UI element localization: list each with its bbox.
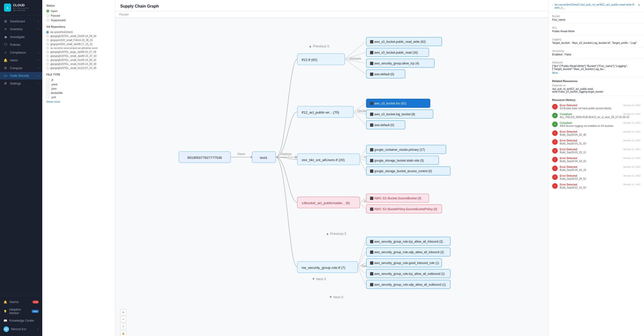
sidebar-item-compute[interactable]: ⚙ Compute › (0, 64, 42, 72)
zoom-out-button[interactable]: − (120, 316, 126, 322)
logo-sub: BY PALO ALTO NETWORKS (13, 7, 38, 12)
zoom-in-button[interactable]: + (120, 309, 126, 315)
user-profile-item[interactable]: NK Nimrod Kor › (0, 324, 42, 334)
alarms-item[interactable]: 🔔 Alarms 116 (0, 298, 42, 306)
radio-open (46, 10, 49, 13)
close-button[interactable]: ✕ (637, 3, 640, 7)
svg-text:▲ Previous 5: ▲ Previous 5 (309, 44, 329, 48)
svg-text:nw_security_group.rule.tf  (7): nw_security_group.rule.tf (7) (302, 266, 345, 270)
repo-item-3[interactable]: ginguyen/GH_small_Jan09-17_25_31 (46, 43, 111, 46)
status-suppressed-option[interactable]: Suppressed (46, 19, 111, 22)
radio-repo-3 (46, 43, 49, 46)
bucket-section: Bucket Foo_name (549, 12, 644, 24)
history-item: ✓CompliantJanuary 12, 2022ALL_FIELDS_NEW… (552, 113, 640, 119)
sidebar-item-dashboard[interactable]: ⊞ Dashboard › (0, 17, 42, 25)
history-date: January 12, 2022 (623, 166, 640, 168)
logging-section: Logging Target_bucket : 'Aws_s3_bucket.L… (549, 35, 644, 47)
sidebar-item-inventory[interactable]: ≡ Inventory › (0, 25, 42, 33)
repo-item-1[interactable]: giangng5187/GL_small_Oct29-14_09_43 (46, 35, 111, 38)
sidebar-item-investigate[interactable]: ◉ Investigate (0, 33, 42, 41)
history-item: !Error DetectedJanuary 12, 2022S3 Bucket… (552, 104, 640, 110)
sidebar-item-label: Alerts (10, 59, 18, 62)
svg-text:tf12_acl_public-wr... (70): tf12_acl_public-wr... (70) (302, 110, 339, 114)
graph-canvas[interactable]: 801905077827777536 Owns test1 Deploys tf… (115, 18, 548, 336)
radio-repo-5 (46, 51, 49, 53)
knowledge-center-item[interactable]: 📖 Knowledge Center (0, 317, 42, 324)
filetype-yaml[interactable]: .yaml (46, 83, 111, 86)
expand-icon[interactable]: ‹ (552, 3, 553, 6)
adoption-advisor-item[interactable]: 💡 Adoption Advisor New (0, 306, 42, 317)
status-passed-option[interactable]: Passed (46, 14, 111, 17)
repo-item-2[interactable]: ginguyen/GH_small_Feb14-15_38_01 (46, 39, 111, 42)
svg-text:⬛ aws.default  (0): ⬛ aws.default (0) (370, 72, 394, 76)
sidebar-item-settings[interactable]: ⚙ Settings › (0, 80, 42, 87)
radio-passed (46, 14, 49, 17)
filetype-json[interactable]: .json (46, 87, 111, 90)
sidebar-item-policies[interactable]: 🛡 Policies (0, 41, 42, 49)
status-open-option[interactable]: Open (46, 10, 111, 13)
sidebar-item-compliance[interactable]: ✓ Compliance › (0, 49, 42, 56)
history-description: Build_Sep28-04_18_43 (560, 160, 640, 163)
checkbox-yml (46, 96, 49, 99)
chevron-icon: › (38, 327, 39, 331)
repo-item-8[interactable]: giangng5187/GL_small_Oct29-14_09_39 (46, 63, 111, 65)
svg-text:- Declares: - Declares (347, 57, 361, 60)
compute-icon: ⚙ (4, 66, 8, 70)
resource-path: iac-azure/test1/test1:/acl_pub_rd_wr/tf1… (555, 3, 635, 9)
repo-label: giangng5187/GL_small_Oct29-14_09_32 (50, 59, 96, 61)
bucket-label: Bucket (552, 15, 640, 18)
sidebar-item-label: Inventory (10, 27, 22, 31)
history-status-label: Error Detected (560, 148, 577, 151)
repo-item-6[interactable]: giangng5187/GL_small_Jan09-15_37_43 (46, 55, 111, 57)
repo-item-4[interactable]: iac-azure/iac-azure-project-iac-github/i… (46, 47, 111, 49)
show-more-button[interactable]: Show more (46, 100, 111, 103)
depends-on-value: /acl_pub_rd_wr/tf12_acl_public-read-writ… (552, 88, 640, 93)
more-button[interactable]: More (552, 71, 640, 74)
attributes-label: Attributes (552, 61, 640, 64)
repo-item-5[interactable]: giangng5187/GL_large_Jan09-15_37_49 (46, 51, 111, 53)
git-repo-list: iac-azure/test1/test1 giangng5187/GL_sma… (46, 31, 111, 69)
history-description: Build_Sep28-04_20_46 (560, 133, 640, 136)
history-description: AWS Access logging not enabled on S3 buc… (560, 125, 640, 127)
fit-view-button[interactable]: ⤢ (120, 323, 126, 329)
sidebar-item-code-security[interactable]: </> Code Security › (0, 72, 42, 80)
repo-item-9[interactable]: giangng5187/GL_small_Oct13-07_24_49 (46, 67, 111, 69)
filetype-tf-label: .tf (51, 79, 53, 82)
adoption-advisor-label: Adoption Advisor (9, 308, 30, 315)
sidebar-item-label: Policies (10, 43, 20, 47)
svg-text:⬛ aws_s3_bucket.log_bucket  (8: ⬛ aws_s3_bucket.log_bucket (8) (370, 112, 415, 116)
svg-text:Deploys: Deploys (281, 152, 292, 156)
repo-label: iac-azure/iac-azure-project-iac-github/i… (50, 47, 98, 49)
history-item: ✓CompliantJanuary 12, 2022AWS Access log… (552, 122, 640, 127)
filter-panel: Status Open Passed Suppressed Git Reposi… (42, 0, 115, 336)
repo-label: ginguyen/GH_small_Jan09-17_25_31 (50, 43, 93, 46)
filetype-yaml-label: .yaml (51, 83, 57, 86)
knowledge-center-icon: 📖 (4, 319, 7, 322)
svg-text:▲ Previous 5: ▲ Previous 5 (326, 232, 346, 236)
chevron-icon: › (38, 51, 39, 54)
bucket-value: Foo_name (552, 18, 640, 21)
filetype-yml[interactable]: .yml (46, 96, 111, 99)
logo-icon: ▲ (4, 4, 11, 12)
svg-text:tf12.tf  (82): tf12.tf (82) (302, 58, 317, 62)
history-status-icon: ! (552, 174, 558, 180)
sidebar-item-alerts[interactable]: 🔔 Alerts › (0, 56, 42, 64)
logo: ▲ CLOUD BY PALO ALTO NETWORKS (0, 0, 42, 15)
repo-item-0[interactable]: iac-azure/test1/test1 (46, 31, 111, 33)
lock-button[interactable]: 🔒 (120, 330, 126, 336)
main-content: Status Open Passed Suppressed Git Reposi… (42, 0, 644, 336)
right-panel-header: ‹ iac-azure/test1/test1:/acl_pub_rd_wr/t… (549, 0, 644, 12)
sidebar-item-label: Dashboard (10, 20, 25, 23)
graph-controls: + − ⤢ 🔒 (120, 309, 126, 336)
file-type-section: .tf .yaml .json dockerfile .yml (46, 79, 111, 99)
filetype-tf[interactable]: .tf (46, 79, 111, 82)
repo-item-7[interactable]: giangng5187/GL_small_Oct29-14_09_32 (46, 59, 111, 61)
filetype-dockerfile[interactable]: dockerfile (46, 91, 111, 94)
status-open-label: Open (51, 10, 58, 13)
radio-repo-1 (46, 35, 49, 38)
history-status-label: Compliant (560, 113, 572, 116)
dashboard-icon: ⊞ (4, 19, 8, 23)
history-status-icon: ! (552, 104, 558, 109)
history-description: S3 Bucket does not have public access bl… (560, 107, 640, 110)
svg-text:⬛ google_container_cluster.pri: ⬛ google_container_cluster.primary (17) (370, 148, 425, 152)
